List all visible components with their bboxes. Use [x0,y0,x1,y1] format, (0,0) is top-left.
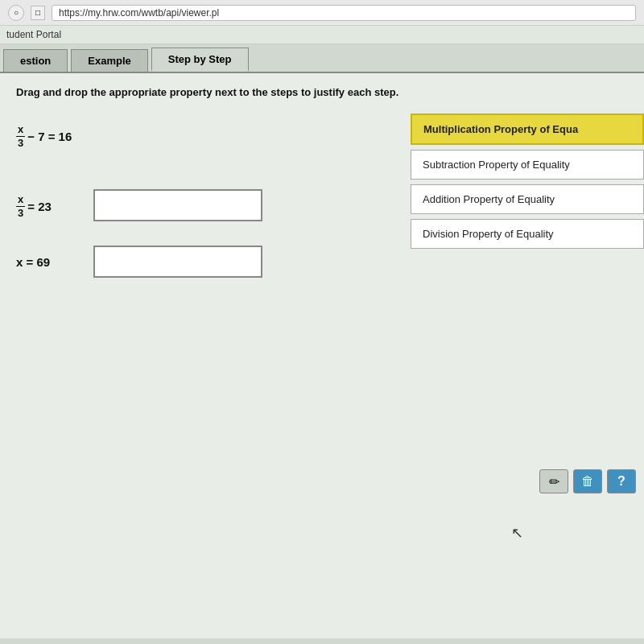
drop-box-2[interactable] [93,189,262,221]
equation-2-text: x 3 = 23 [16,192,80,219]
browser-bar: ○ □ https://my.hrw.com/wwtb/api/viewer.p… [0,0,644,26]
equation-1-text: x 3 − 7 = 16 [16,122,80,149]
help-button[interactable]: ? [607,469,636,493]
instruction-text: Drag and drop the appropriate property n… [16,86,628,98]
eraser-button[interactable]: ✏ [539,469,568,493]
trash-icon: 🗑 [581,474,594,489]
fraction-1: x 3 [16,123,25,149]
question-icon: ? [617,474,625,489]
eraser-icon: ✏ [549,474,559,489]
property-addition[interactable]: Addition Property of Equality [411,184,644,214]
student-portal-label: tudent Portal [6,29,61,40]
main-content: Drag and drop the appropriate property n… [0,73,644,638]
equation-area: x 3 − 7 = 16 x 3 = 23 [16,122,262,302]
equation-3-text: x = 69 [16,255,80,269]
fraction-2: x 3 [16,193,25,219]
equation-row-3: x = 69 [16,246,262,278]
tabs-bar: estion Example Step by Step [0,44,644,73]
equation-row-1: x 3 − 7 = 16 [16,122,262,149]
back-button[interactable]: ○ [8,5,24,21]
trash-button[interactable]: 🗑 [573,469,602,493]
property-subtraction[interactable]: Subtraction Property of Equality [411,150,644,180]
equation-row-2: x 3 = 23 [16,189,262,221]
tab-question[interactable]: estion [3,49,68,72]
cursor: ↖ [511,524,523,542]
action-buttons: ✏ 🗑 ? [539,469,636,493]
tab-step-by-step[interactable]: Step by Step [151,47,249,72]
tab-example[interactable]: Example [71,49,147,72]
student-portal-bar: tudent Portal [0,26,644,44]
drop-box-3[interactable] [93,246,262,278]
property-division[interactable]: Division Property of Equality [411,219,644,249]
property-multiplication[interactable]: Multiplication Property of Equa [411,114,644,145]
page-icon: □ [31,6,45,20]
properties-panel: Multiplication Property of Equa Subtract… [411,114,644,254]
url-bar[interactable]: https://my.hrw.com/wwtb/api/viewer.pl [52,5,636,21]
